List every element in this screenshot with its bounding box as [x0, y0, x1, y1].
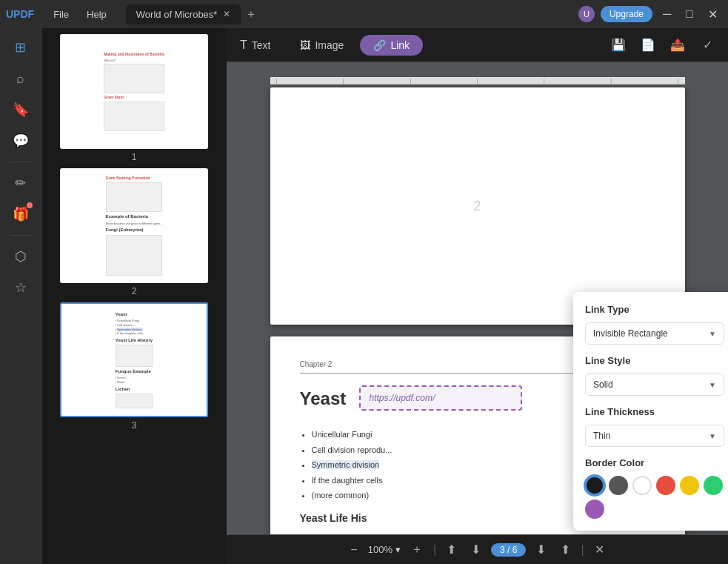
user-avatar: U	[578, 6, 595, 22]
image-tool-button[interactable]: 🖼 Image	[287, 35, 357, 56]
line-style-value: Solid	[593, 379, 613, 390]
page-indicator: 3 / 6	[491, 543, 526, 557]
link-url-box[interactable]: https://updf.com/	[359, 385, 522, 411]
link-type-label: Link Type	[585, 304, 724, 315]
separator-1: |	[433, 543, 436, 557]
link-type-value: Invisible Rectangle	[593, 328, 668, 339]
top-toolbar: T Text 🖼 Image 🔗 Link 💾 📄 📤 ✓	[227, 28, 728, 62]
line-style-dropdown[interactable]: Solid ▼	[585, 374, 724, 396]
color-swatch-purple[interactable]	[585, 500, 604, 519]
life-cycle-diagram: DiploidCell Cycle HaploidCell Cycle Diss…	[300, 531, 655, 535]
search-icon[interactable]: ⌕	[7, 65, 34, 92]
text-tool-button[interactable]: T Text	[227, 34, 284, 56]
layers-icon[interactable]: ⬡	[7, 243, 34, 270]
bookmarks-icon[interactable]: 🔖	[7, 96, 34, 123]
line-thickness-label: Line Thickness	[585, 406, 724, 417]
main-layout: ⊞ ⌕ 🔖 💬 ✏ 🎁 ⬡ ☆ Making and Illustration …	[0, 28, 728, 564]
check-icon[interactable]: ✓	[695, 33, 719, 57]
pdf-viewer[interactable]: | | | | | | | 2 Chapter 2 FUNGUS	[227, 62, 728, 534]
link-tool-button[interactable]: 🔗 Link	[360, 35, 423, 56]
color-swatch-yellow[interactable]	[680, 476, 699, 495]
image-icon: 🖼	[300, 39, 310, 51]
thumbnail-page-1[interactable]: Making and Illustration of Bacteria Why …	[47, 34, 221, 162]
color-swatch-gray[interactable]	[609, 476, 628, 495]
thumbnail-page-3[interactable]: Yeast • Unicellular Fungi• Cell division…	[47, 302, 221, 431]
zoom-out-button[interactable]: −	[346, 540, 361, 560]
tab-label: World of Microbes*	[136, 9, 218, 20]
titlebar: UPDF File Help World of Microbes* ✕ ＋ U …	[0, 0, 728, 28]
image-label: Image	[315, 39, 344, 51]
menu-file[interactable]: File	[46, 6, 76, 23]
separator-2: |	[581, 543, 584, 557]
zoom-display: 100% ▾	[368, 544, 401, 555]
link-type-dropdown[interactable]: Invisible Rectangle ▼	[585, 322, 724, 345]
upgrade-label: Upgrade	[610, 9, 644, 19]
maximize-button[interactable]: □	[681, 7, 698, 21]
link-url-text: https://updf.com/	[370, 393, 435, 403]
link-label: Link	[390, 39, 410, 51]
minimize-button[interactable]: ─	[658, 7, 675, 21]
zoom-in-button[interactable]: ＋	[407, 539, 427, 560]
text-icon: T	[240, 39, 247, 52]
bookmark-icon[interactable]: ☆	[7, 274, 34, 301]
gift-badge	[27, 202, 33, 208]
link-icon: 🔗	[373, 39, 386, 51]
chapter-label: Chapter 2	[300, 359, 333, 370]
close-bottom-button[interactable]: ✕	[590, 540, 609, 560]
color-swatch-red[interactable]	[656, 476, 675, 495]
sidebar-divider-1	[10, 162, 32, 162]
thumbnails-icon[interactable]: ⊞	[7, 34, 34, 61]
pdf-icon[interactable]: 📄	[636, 33, 660, 57]
link-type-arrow-icon: ▼	[709, 330, 716, 338]
left-sidebar: ⊞ ⌕ 🔖 💬 ✏ 🎁 ⬡ ☆	[0, 28, 41, 564]
thumbnail-page-2[interactable]: Gram Staining Procedure Example of Bacte…	[47, 168, 221, 296]
zoom-dropdown-arrow: ▾	[395, 544, 401, 555]
line-thickness-dropdown[interactable]: Thin ▼	[585, 425, 724, 447]
color-swatches	[585, 476, 724, 519]
prev-page-button[interactable]: ⬇	[532, 540, 550, 560]
line-thickness-value: Thin	[593, 431, 610, 441]
text-label: Text	[252, 39, 271, 51]
close-button[interactable]: ✕	[704, 7, 722, 21]
thumb-image-1: Making and Illustration of Bacteria Why …	[60, 34, 208, 149]
share-icon[interactable]: 📤	[666, 33, 689, 57]
annotation-tools: T Text 🖼 Image 🔗 Link	[227, 34, 423, 56]
edit-icon[interactable]: ✏	[7, 170, 34, 196]
scroll-up-button[interactable]: ⬆	[442, 540, 461, 560]
line-thickness-arrow-icon: ▼	[709, 432, 716, 440]
window-controls: U Upgrade ─ □ ✕	[578, 6, 722, 22]
thumbnail-panel: Making and Illustration of Bacteria Why …	[41, 28, 227, 564]
content-area: T Text 🖼 Image 🔗 Link 💾 📄 📤 ✓	[227, 28, 728, 564]
color-swatch-white[interactable]	[632, 476, 652, 495]
bottom-bar: − 100% ▾ ＋ | ⬆ ⬇ 3 / 6 ⬇ ⬆ | ✕	[227, 534, 728, 564]
thumb-label-1: 1	[132, 152, 137, 162]
upgrade-button[interactable]: Upgrade	[601, 6, 652, 22]
tab-close-button[interactable]: ✕	[223, 9, 230, 19]
next-page-button[interactable]: ⬆	[556, 540, 575, 560]
sidebar-divider-2	[10, 235, 32, 236]
document-tab[interactable]: World of Microbes* ✕	[126, 4, 241, 24]
menu-bar: File Help	[46, 6, 114, 23]
page-title: Yeast	[300, 385, 347, 412]
line-style-arrow-icon: ▼	[709, 381, 716, 389]
link-settings-popup: Link Type Invisible Rectangle ▼ Line Sty…	[573, 292, 728, 531]
right-toolbar: 💾 📄 📤 ✓	[607, 33, 728, 57]
thumb-label-2: 2	[132, 286, 137, 296]
thumb-image-3: Yeast • Unicellular Fungi• Cell division…	[60, 302, 208, 417]
tab-bar: World of Microbes* ✕ ＋	[126, 4, 258, 24]
save-icon[interactable]: 💾	[607, 33, 630, 57]
scroll-down-button[interactable]: ⬇	[467, 540, 485, 560]
ruler: | | | | | | |	[270, 77, 685, 84]
menu-help[interactable]: Help	[79, 6, 114, 23]
pdf-page-2: 2	[270, 87, 685, 325]
color-swatch-green[interactable]	[704, 476, 723, 495]
zoom-value: 100%	[368, 544, 393, 555]
comments-icon[interactable]: 💬	[7, 127, 34, 154]
thumb-label-3: 3	[132, 420, 137, 431]
app-logo: UPDF	[6, 8, 34, 20]
new-tab-button[interactable]: ＋	[245, 7, 257, 22]
gift-icon[interactable]: 🎁	[7, 201, 34, 228]
border-color-label: Border Color	[585, 457, 724, 468]
color-swatch-black[interactable]	[585, 476, 604, 495]
thumb-image-2: Gram Staining Procedure Example of Bacte…	[60, 168, 208, 283]
